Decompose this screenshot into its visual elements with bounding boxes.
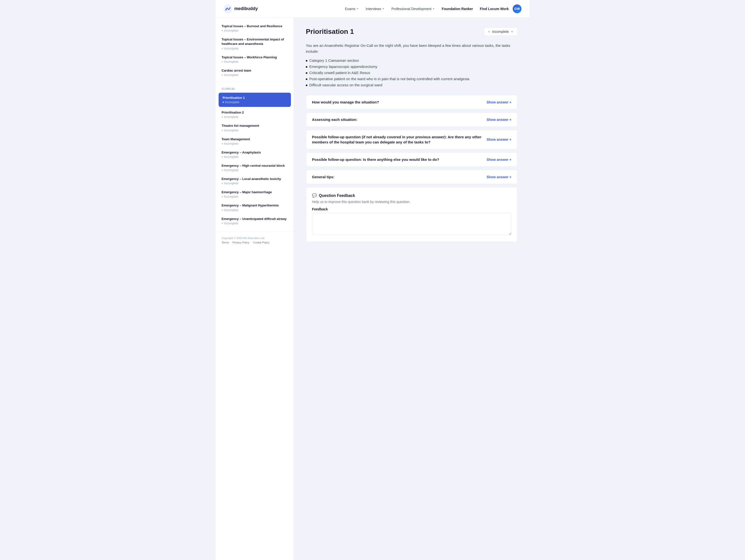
app-wrapper: medibuddy Exams ▼ Interviews ▼ Professio… bbox=[216, 0, 529, 560]
page-title: Prioritisation 1 bbox=[306, 28, 354, 36]
interviews-chevron-icon: ▼ bbox=[382, 7, 385, 10]
cookie-link[interactable]: Cookie Policy bbox=[253, 241, 269, 244]
feedback-title: Question Feedback bbox=[319, 193, 355, 198]
exams-chevron-icon: ▼ bbox=[356, 7, 359, 10]
accordion-followup-delegate: Possible follow-up question (if not alre… bbox=[306, 130, 518, 149]
status-dot bbox=[222, 130, 223, 131]
header: medibuddy Exams ▼ Interviews ▼ Professio… bbox=[216, 0, 529, 18]
sidebar-item-workforce[interactable]: Topical Issues – Workforce Planning Inco… bbox=[216, 53, 294, 66]
sidebar-item-prioritisation2[interactable]: Prioritisation 2 Incomplete bbox=[216, 108, 294, 121]
accordion-header-assess[interactable]: Assessing each situation: Show answer + bbox=[306, 113, 517, 126]
task-list: Category 1 Caesarean section Emergency l… bbox=[306, 57, 518, 88]
show-answer-btn[interactable]: Show answer + bbox=[486, 137, 512, 142]
sidebar-item-high-neuraxial[interactable]: Emergency – High central neuraxial block… bbox=[216, 161, 294, 174]
feedback-textarea[interactable] bbox=[312, 213, 512, 235]
status-dot bbox=[222, 30, 223, 31]
sidebar-divider bbox=[216, 81, 294, 82]
sidebar-item-local-anaesthetic[interactable]: Emergency – Local anaesthetic toxicity I… bbox=[216, 174, 294, 188]
nav-item-foundation-ranker[interactable]: Foundation Ranker bbox=[442, 5, 473, 13]
sidebar-item-cardiac[interactable]: Cardiac arrest team Incomplete bbox=[216, 66, 294, 79]
accordion-header-manage[interactable]: How would you manage the situation? Show… bbox=[306, 95, 517, 109]
show-answer-btn[interactable]: Show answer + bbox=[486, 100, 512, 104]
privacy-link[interactable]: Privacy Policy bbox=[233, 241, 249, 244]
terms-link[interactable]: Terms bbox=[222, 241, 229, 244]
accordion-assess-situation: Assessing each situation: Show answer + bbox=[306, 112, 518, 127]
logo-area: medibuddy bbox=[224, 4, 258, 13]
status-dot bbox=[222, 209, 223, 211]
nav-item-interviews[interactable]: Interviews ▼ bbox=[366, 5, 385, 13]
feedback-header: 💬 Question Feedback bbox=[312, 193, 512, 198]
bullet-icon bbox=[306, 79, 307, 80]
svg-point-1 bbox=[225, 9, 227, 10]
nav-item-find-locum-work[interactable]: Find Locum Work bbox=[480, 5, 509, 13]
list-item: Critically unwell patient in A&E Resus bbox=[306, 70, 518, 76]
page-header: Prioritisation 1 Incomplete ▼ bbox=[306, 27, 518, 36]
profdev-chevron-icon: ▼ bbox=[432, 7, 435, 10]
status-dot bbox=[222, 74, 223, 76]
sidebar-item-theatre[interactable]: Theatre list management Incomplete bbox=[216, 121, 294, 134]
feedback-subtitle: Help us to improve this question bank by… bbox=[312, 200, 512, 204]
list-item: Post-operative patient on the ward who i… bbox=[306, 76, 518, 82]
status-dot bbox=[222, 143, 223, 145]
sidebar-item-environmental[interactable]: Topical Issues – Environmental impact of… bbox=[216, 35, 294, 53]
intro-text: You are an Anaesthetic Registrar On-Call… bbox=[306, 43, 518, 55]
status-dot bbox=[222, 61, 223, 63]
status-dot bbox=[222, 156, 223, 158]
status-dot bbox=[222, 196, 223, 197]
show-answer-btn[interactable]: Show answer + bbox=[486, 158, 512, 162]
status-dropdown[interactable]: Incomplete ▼ bbox=[484, 27, 518, 36]
feedback-card: 💬 Question Feedback Help us to improve t… bbox=[306, 187, 518, 242]
status-dropdown-dot bbox=[488, 31, 490, 33]
sidebar-item-malignant-hyperthermia[interactable]: Emergency – Malignant Hyperthermia Incom… bbox=[216, 201, 294, 214]
status-dropdown-chevron-icon: ▼ bbox=[511, 30, 513, 33]
bullet-icon bbox=[306, 66, 307, 68]
status-dot bbox=[222, 183, 223, 184]
layout: Topical Issues – Burnout and Resilience … bbox=[216, 18, 529, 560]
clinical-section-label: Clinical bbox=[216, 83, 294, 92]
accordion-header-else[interactable]: Possible follow-up question: Is there an… bbox=[306, 153, 517, 166]
accordion-followup-else: Possible follow-up question: Is there an… bbox=[306, 152, 518, 167]
feedback-label: Feedback bbox=[312, 207, 512, 211]
logo-text: medibuddy bbox=[234, 6, 258, 11]
list-item: Difficult vascular access on the surgica… bbox=[306, 82, 518, 88]
main-nav: Exams ▼ Interviews ▼ Professional Develo… bbox=[345, 5, 509, 13]
list-item: Emergency laparoscopic appendicectomy bbox=[306, 63, 518, 70]
bullet-icon bbox=[306, 85, 307, 86]
accordion-header-delegate[interactable]: Possible follow-up question (if not alre… bbox=[306, 130, 517, 149]
sidebar-item-team-management[interactable]: Team Management Incomplete bbox=[216, 134, 294, 148]
sidebar: Topical Issues – Burnout and Resilience … bbox=[216, 18, 294, 560]
status-dot bbox=[222, 169, 223, 171]
feedback-icon: 💬 bbox=[312, 193, 317, 198]
svg-point-2 bbox=[229, 7, 231, 8]
show-answer-btn[interactable]: Show answer + bbox=[486, 175, 512, 179]
logo-icon bbox=[224, 4, 232, 13]
accordion-general-tips: General tips: Show answer + bbox=[306, 170, 518, 184]
status-dot bbox=[222, 223, 223, 224]
sidebar-footer: Copyright © 2023 AG Education Ltd. Terms… bbox=[216, 231, 294, 249]
bullet-icon bbox=[306, 60, 307, 62]
status-dot bbox=[222, 48, 223, 49]
show-answer-btn[interactable]: Show answer + bbox=[486, 118, 512, 122]
bullet-icon bbox=[306, 72, 307, 74]
nav-item-exams[interactable]: Exams ▼ bbox=[345, 5, 359, 13]
status-dot-active bbox=[223, 101, 224, 103]
nav-item-professional-development[interactable]: Professional Development ▼ bbox=[391, 5, 435, 13]
list-item: Category 1 Caesarean section bbox=[306, 57, 518, 63]
sidebar-item-burnout[interactable]: Topical Issues – Burnout and Resilience … bbox=[216, 22, 294, 35]
user-avatar[interactable]: GW bbox=[513, 4, 521, 13]
status-dropdown-label: Incomplete bbox=[492, 30, 509, 34]
status-dot bbox=[222, 116, 223, 118]
main-content: Prioritisation 1 Incomplete ▼ You are an… bbox=[294, 18, 529, 560]
accordion-manage-situation: How would you manage the situation? Show… bbox=[306, 95, 518, 110]
accordion-header-tips[interactable]: General tips: Show answer + bbox=[306, 170, 517, 184]
sidebar-item-difficult-airway[interactable]: Emergency – Unanticipated difficult airw… bbox=[216, 214, 294, 227]
sidebar-item-prioritisation1[interactable]: Prioritisation 1 Incomplete bbox=[219, 93, 291, 107]
sidebar-item-major-haemorrhage[interactable]: Emergency – Major haemorrhage Incomplete bbox=[216, 188, 294, 201]
sidebar-item-anaphylaxis[interactable]: Emergency – Anaphylaxis Incomplete bbox=[216, 148, 294, 161]
